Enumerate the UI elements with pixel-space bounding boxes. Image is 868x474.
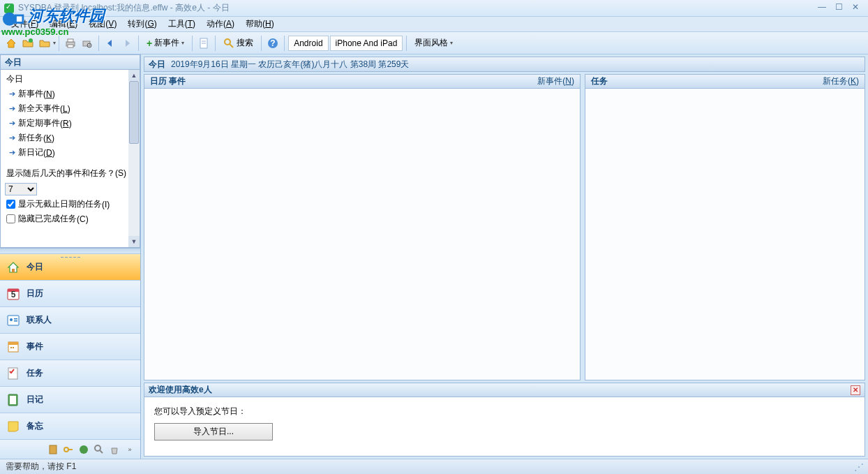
menu-tool[interactable]: 工具(T) [163, 17, 201, 31]
welcome-hint: 您可以导入预定义节日： [154, 406, 855, 417]
svg-rect-4 [68, 39, 73, 42]
sidebar-subheader: 今日 [5, 72, 138, 87]
svg-rect-30 [50, 445, 57, 454]
nav-paste-icon[interactable] [47, 443, 59, 456]
nav-memo[interactable]: 备忘 [0, 413, 140, 439]
diary-icon [6, 392, 21, 408]
svg-point-33 [80, 445, 88, 454]
new-event-link[interactable]: 新事件(N) [537, 75, 574, 87]
sidebar-new-diary[interactable]: ➔新日记(D) [5, 145, 138, 160]
svg-point-11 [225, 39, 230, 45]
import-holiday-button[interactable]: 导入节日... [154, 423, 273, 440]
days-label: 显示随后几天的事件和任务？(S) [5, 165, 138, 182]
svg-rect-26 [13, 347, 14, 348]
menu-file[interactable]: 文件(F) [6, 17, 44, 31]
nav-panel: 今日 5日历 联系人 事件 任务 日记 备忘 » [0, 248, 140, 459]
welcome-close-icon[interactable]: ✕ [851, 385, 860, 395]
scroll-thumb[interactable] [129, 81, 139, 144]
tb-android-link[interactable]: Android [288, 36, 328, 51]
tb-iphone-link[interactable]: iPhone And iPad [330, 36, 403, 51]
calendar-events-panel: 日历 事件 新事件(N) [144, 74, 581, 380]
svg-rect-25 [10, 347, 12, 348]
menu-help[interactable]: 帮助(H) [240, 17, 280, 31]
svg-rect-29 [10, 396, 16, 404]
svg-point-2 [29, 38, 33, 43]
nav-events[interactable]: 事件 [0, 333, 140, 360]
nav-contacts[interactable]: 联系人 [0, 306, 140, 333]
tb-forward-icon[interactable] [120, 36, 134, 50]
tb-home-icon[interactable] [4, 36, 18, 50]
new-task-link[interactable]: 新任务(K) [823, 75, 859, 87]
task-icon [6, 366, 21, 381]
sidebar-new-event[interactable]: ➔新事件(N) [5, 87, 138, 101]
minimize-button[interactable]: — [814, 2, 830, 15]
svg-rect-22 [14, 320, 17, 322]
sidebar-new-task[interactable]: ➔新任务(K) [5, 131, 138, 145]
tb-folder-new-icon[interactable] [21, 36, 35, 50]
close-button[interactable]: ✕ [847, 2, 864, 15]
contacts-icon [6, 313, 21, 328]
tb-document-icon[interactable] [197, 36, 211, 50]
chk-show-nodate[interactable]: 显示无截止日期的任务(I) [5, 197, 138, 212]
tb-new-event-button[interactable]: +新事件▾ [142, 35, 189, 51]
sidebar-new-recurring[interactable]: ➔新定期事件(R) [5, 116, 138, 131]
sidebar-header: 今日 [0, 54, 140, 70]
nav-tasks[interactable]: 任务 [0, 360, 140, 386]
tb-help-icon[interactable]: ? [266, 36, 280, 50]
memo-icon [6, 419, 21, 434]
menu-bar: 文件(F) 编辑(E) 视图(V) 转到(G) 工具(T) 动作(A) 帮助(H… [0, 17, 868, 32]
date-header: 今日 2019年9月16日 星期一 农历己亥年(猪)八月十八 第38周 第259… [144, 57, 865, 72]
svg-rect-24 [8, 342, 18, 345]
resize-grip-icon[interactable]: ⋰ [854, 461, 862, 473]
window-titlebar: SYSDBA 登录到 localhost:我的信息.effw - 高效e人 - … [0, 0, 868, 17]
menu-view[interactable]: 视图(V) [83, 17, 122, 31]
svg-rect-21 [14, 318, 17, 320]
scroll-down-icon[interactable]: ▼ [128, 236, 140, 247]
cal-events-body [144, 89, 580, 380]
welcome-panel: 欢迎使用高效e人 ✕ 您可以导入预定义节日： 导入节日... [144, 383, 865, 457]
status-text: 需要帮助，请按 F1 [6, 461, 76, 473]
toolbar-separator [284, 36, 285, 51]
svg-point-20 [10, 318, 13, 321]
nav-diary[interactable]: 日记 [0, 386, 140, 413]
tb-print-preview-icon[interactable] [80, 36, 94, 50]
chk-hide-done[interactable]: 隐藏已完成任务(C) [5, 212, 138, 226]
menu-action[interactable]: 动作(A) [201, 17, 240, 31]
tb-back-icon[interactable] [103, 36, 117, 50]
scroll-up-icon[interactable]: ▲ [128, 70, 140, 81]
svg-point-34 [95, 445, 100, 451]
tb-style-button[interactable]: 界面风格▾ [410, 35, 458, 51]
nav-more-icon[interactable]: » [124, 443, 136, 456]
nav-calendar[interactable]: 5日历 [0, 280, 140, 306]
sidebar-scrollbar[interactable]: ▲ ▼ [128, 70, 140, 247]
svg-rect-15 [12, 269, 15, 272]
event-icon [6, 339, 21, 355]
tasks-panel: 任务 新任务(K) [585, 74, 865, 380]
tasks-title: 任务 [591, 75, 608, 87]
days-select[interactable]: 7 [5, 183, 37, 195]
nav-key-icon[interactable] [62, 443, 75, 456]
menu-edit[interactable]: 编辑(E) [44, 17, 83, 31]
svg-rect-5 [68, 45, 73, 47]
svg-text:5: 5 [11, 290, 16, 299]
toolbar-separator [406, 36, 407, 51]
toolbar-separator [138, 36, 139, 51]
sidebar-new-allday[interactable]: ➔新全天事件(L) [5, 101, 138, 116]
nav-globe-icon[interactable] [77, 443, 90, 456]
toolbar-separator [59, 36, 59, 51]
svg-point-31 [64, 447, 68, 452]
svg-text:?: ? [271, 38, 276, 48]
toolbar-separator [192, 36, 193, 51]
tb-search-button[interactable]: 搜索 [218, 35, 258, 51]
menu-goto[interactable]: 转到(G) [122, 17, 162, 31]
nav-recycle-icon[interactable] [108, 443, 121, 456]
welcome-title: 欢迎使用高效e人 [149, 384, 212, 396]
calendar-icon: 5 [6, 286, 21, 302]
nav-splitter[interactable] [0, 248, 140, 253]
tb-print-icon[interactable] [63, 36, 77, 50]
app-icon [4, 3, 14, 13]
tb-folder-open-icon[interactable] [38, 36, 52, 50]
sidebar-body: ▲ ▼ 今日 ➔新事件(N) ➔新全天事件(L) ➔新定期事件(R) ➔新任务(… [0, 70, 140, 248]
nav-search-icon[interactable] [93, 443, 105, 456]
maximize-button[interactable]: ☐ [830, 2, 847, 15]
